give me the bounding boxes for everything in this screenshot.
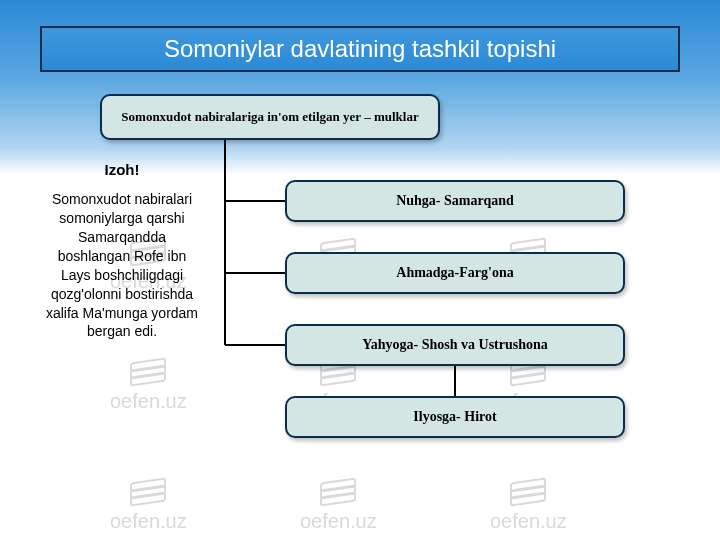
child-node-3: Yahyoga- Shosh va Ustrushona [285,324,625,366]
watermark: oefen.uz [110,480,187,533]
watermark: oefen.uz [490,480,567,533]
root-node: Somonxudot nabiralariga in'om etilgan ye… [100,94,440,140]
child-node-4: Ilyosga- Hirot [285,396,625,438]
note-block: Izoh! Somonxudot nabiralari somoniylarga… [42,160,202,341]
child-node-2: Ahmadga-Farg'ona [285,252,625,294]
child-node-3-label: Yahyoga- Shosh va Ustrushona [362,337,548,353]
child-node-4-label: Ilyosga- Hirot [413,409,496,425]
watermark: oefen.uz [300,480,377,533]
root-node-label: Somonxudot nabiralariga in'om etilgan ye… [121,109,418,125]
watermark: oefen.uz [110,360,187,413]
page-title: Somoniylar davlatining tashkil topishi [40,26,680,72]
child-node-1: Nuhga- Samarqand [285,180,625,222]
note-heading: Izoh! [42,160,202,180]
child-node-2-label: Ahmadga-Farg'ona [396,265,513,281]
child-node-1-label: Nuhga- Samarqand [396,193,514,209]
note-body: Somonxudot nabiralari somoniylarga qarsh… [42,190,202,341]
page-title-text: Somoniylar davlatining tashkil topishi [164,35,556,63]
